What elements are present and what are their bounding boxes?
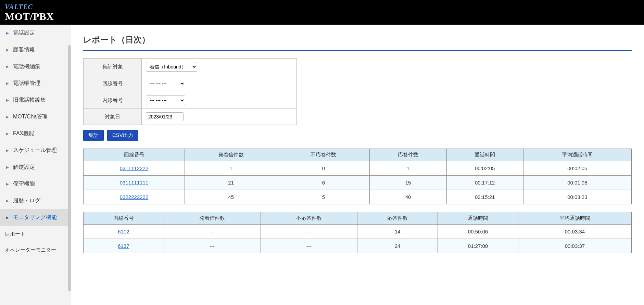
chevron-right-icon: ▶ — [6, 48, 9, 52]
ext-select[interactable]: --- --- --- — [146, 96, 185, 105]
cell: 40 — [370, 190, 446, 204]
cell: 00:50:06 — [438, 225, 518, 239]
app-header: VALTEC MOT/PBX — [0, 0, 644, 25]
chevron-right-icon: ▶ — [6, 182, 9, 186]
sidebar-item-10[interactable]: ▶履歴・ログ — [0, 192, 71, 209]
filter-label-date: 対象日 — [84, 109, 142, 125]
sidebar-item-label: 旧電話帳編集 — [13, 97, 46, 104]
sidebar-item-label: 履歴・ログ — [13, 197, 40, 204]
sidebar-item-7[interactable]: ▶スケジュール管理 — [0, 142, 71, 159]
target-select[interactable]: 着信（Inbound） — [146, 62, 197, 72]
button-row: 集計 CSV出力 — [83, 130, 632, 141]
sidebar-item-label: 電話帳管理 — [13, 80, 40, 87]
column-header: 発着信件数 — [164, 212, 261, 225]
chevron-right-icon: ▶ — [6, 98, 9, 102]
cell: 00:01:08 — [523, 176, 631, 190]
sidebar-item-11[interactable]: ▶モニタリング機能 — [0, 209, 71, 226]
column-header: 発着信件数 — [185, 149, 277, 161]
cell: 14 — [357, 225, 438, 239]
sidebar-item-label: 顧客情報 — [13, 46, 35, 53]
page-title: レポート（日次） — [83, 34, 632, 45]
date-input[interactable] — [146, 112, 184, 121]
cell: --- — [261, 225, 357, 239]
number-link[interactable]: 6137 — [118, 243, 129, 249]
sidebar-item-8[interactable]: ▶解錠設定 — [0, 159, 71, 176]
sidebar-item-6[interactable]: ▶FAX機能 — [0, 125, 71, 142]
logo-company: VALTEC — [5, 3, 54, 11]
column-header: 平均通話時間 — [518, 212, 631, 225]
column-header: 不応答件数 — [261, 212, 357, 225]
main-content: レポート（日次） 集計対象 着信（Inbound） 回線番号 --- --- -… — [71, 25, 644, 305]
sidebar-item-4[interactable]: ▶旧電話帳編集 — [0, 92, 71, 109]
cell: 5 — [277, 190, 370, 204]
column-header: 内線番号 — [84, 212, 164, 225]
sidebar-item-label: スケジュール管理 — [13, 147, 57, 154]
csv-export-button[interactable]: CSV出力 — [107, 130, 138, 141]
cell: 1 — [185, 161, 277, 176]
title-divider — [83, 50, 632, 51]
sidebar-item-1[interactable]: ▶顧客情報 — [0, 41, 71, 58]
column-header: 通話時間 — [446, 149, 523, 161]
chevron-right-icon: ▶ — [6, 81, 9, 85]
chevron-right-icon: ▶ — [6, 31, 9, 35]
cell: 00:03:34 — [518, 225, 631, 239]
cell: 15 — [370, 176, 446, 190]
cell: --- — [164, 239, 261, 253]
sidebar-item-9[interactable]: ▶保守機能 — [0, 176, 71, 192]
sidebar-item-2[interactable]: ▶電話機編集 — [0, 58, 71, 75]
chevron-right-icon: ▶ — [6, 199, 9, 203]
chevron-right-icon: ▶ — [6, 165, 9, 169]
cell: 1 — [370, 161, 446, 176]
line-select[interactable]: --- --- --- — [146, 79, 185, 88]
sidebar: ▶電話設定▶顧客情報▶電話機編集▶電話帳管理▶旧電話帳編集▶MOT/Cha管理▶… — [0, 25, 71, 305]
chevron-right-icon: ▶ — [6, 115, 9, 119]
scrollbar[interactable] — [68, 45, 71, 291]
logo: VALTEC MOT/PBX — [5, 3, 54, 22]
filter-label-ext: 内線番号 — [84, 92, 142, 109]
filter-table: 集計対象 着信（Inbound） 回線番号 --- --- --- 内線番号 — [83, 58, 297, 125]
cell: 24 — [357, 239, 438, 253]
sidebar-item-label: MOT/Cha管理 — [13, 113, 48, 120]
chevron-right-icon: ▶ — [6, 216, 9, 219]
logo-product: MOT/PBX — [5, 11, 54, 22]
cell: 45 — [185, 190, 277, 204]
chevron-right-icon: ▶ — [6, 149, 9, 152]
table-row: 03111111112161500:17:1200:01:08 — [84, 176, 632, 190]
sidebar-subitem-0[interactable]: レポート — [0, 226, 71, 242]
number-link[interactable]: 0322222222 — [120, 194, 148, 200]
cell: 0 — [277, 161, 370, 176]
table-row: 03222222224554002:15:2100:03:23 — [84, 190, 632, 204]
column-header: 不応答件数 — [277, 149, 370, 161]
filter-label-line: 回線番号 — [84, 75, 142, 92]
chevron-right-icon: ▶ — [6, 132, 9, 136]
sidebar-subitem-1[interactable]: オペレーターモニター — [0, 242, 71, 258]
cell: --- — [164, 225, 261, 239]
sidebar-item-label: 電話設定 — [13, 29, 35, 37]
number-link[interactable]: 0311112222 — [120, 165, 148, 171]
sidebar-item-5[interactable]: ▶MOT/Cha管理 — [0, 109, 71, 125]
extension-report-table: 内線番号発着信件数不応答件数応答件数通話時間平均通話時間6112------14… — [83, 212, 632, 253]
sidebar-item-label: 電話機編集 — [13, 63, 40, 70]
number-link[interactable]: 6112 — [118, 229, 129, 234]
cell: 00:03:23 — [523, 190, 631, 204]
sidebar-item-label: FAX機能 — [13, 130, 34, 137]
sidebar-item-3[interactable]: ▶電話帳管理 — [0, 75, 71, 92]
table-row: 6137------2401:27:0000:03:37 — [84, 239, 632, 253]
sidebar-item-label: 保守機能 — [13, 180, 35, 188]
cell: 00:03:37 — [518, 239, 631, 253]
table-row: 031111222210100:02:0500:02:05 — [84, 161, 632, 176]
cell: 00:17:12 — [446, 176, 523, 190]
column-header: 平均通話時間 — [523, 149, 631, 161]
line-report-table: 回線番号発着信件数不応答件数応答件数通話時間平均通話時間031111222210… — [83, 149, 632, 204]
cell: 02:15:21 — [446, 190, 523, 204]
chevron-right-icon: ▶ — [6, 65, 9, 68]
column-header: 回線番号 — [84, 149, 185, 161]
sidebar-item-0[interactable]: ▶電話設定 — [0, 25, 71, 41]
table-row: 6112------1400:50:0600:03:34 — [84, 225, 632, 239]
number-link[interactable]: 0311111111 — [120, 180, 148, 186]
column-header: 応答件数 — [357, 212, 438, 225]
sidebar-item-label: 解錠設定 — [13, 164, 35, 171]
cell: 6 — [277, 176, 370, 190]
column-header: 通話時間 — [438, 212, 518, 225]
aggregate-button[interactable]: 集計 — [83, 130, 104, 141]
